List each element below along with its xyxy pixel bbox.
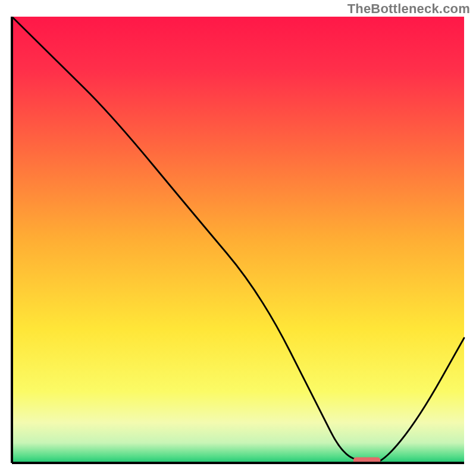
watermark-text: TheBottleneck.com [347, 1, 470, 17]
chart-svg [11, 17, 465, 465]
chart-root: TheBottleneck.com [0, 0, 476, 476]
plot-area [11, 17, 465, 465]
